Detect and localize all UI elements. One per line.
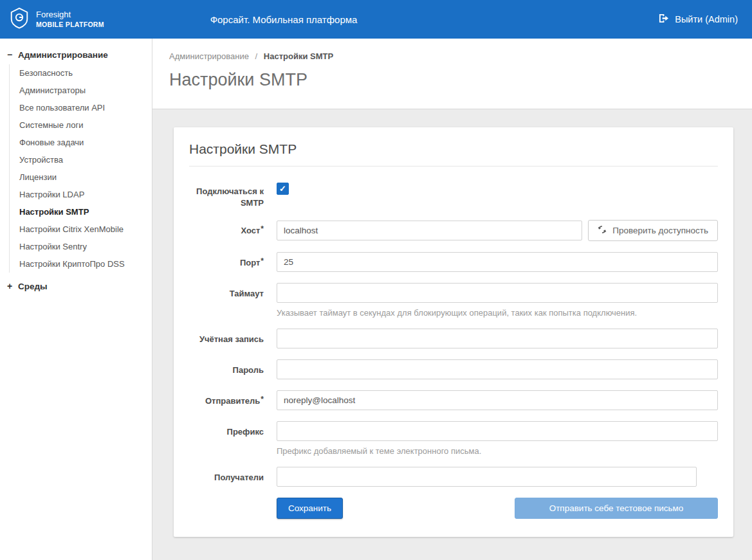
port-control [277,252,718,272]
password-input[interactable] [277,359,718,379]
sender-label-text: Отправитель [205,396,260,406]
check-availability-button[interactable]: Проверить доступность [588,220,718,241]
brand-name: Foresight [36,10,104,20]
connect-smtp-control: ✓ [277,181,718,209]
sender-control [277,390,718,410]
timeout-control: Указывает таймаут в секундах для блокиру… [277,283,718,318]
prefix-label: Префикс [189,421,264,456]
sidebar-item[interactable]: Настройки КриптоПро DSS [10,255,152,273]
breadcrumb: Администрирование / Настройки SMTP [169,51,735,61]
sidebar-item[interactable]: Устройства [10,151,152,168]
brand-text: Foresight MOBILE PLATFORM [36,10,104,28]
form-row-account: Учётная запись [189,329,718,348]
logout-button[interactable]: Выйти (Admin) [658,14,752,25]
required-marker: * [261,395,264,404]
topbar: Foresight MOBILE PLATFORM Форсайт. Мобил… [0,0,752,39]
page-title: Настройки SMTP [169,70,735,90]
sidebar-item[interactable]: Безопасность [10,64,152,82]
send-test-email-button[interactable]: Отправить себе тестовое письмо [515,498,718,519]
required-marker: * [261,224,264,233]
breadcrumb-separator: / [255,51,258,61]
form-row-timeout: Таймаут Указывает таймаут в секундах для… [189,283,718,318]
form-row-recipients: Получатели [189,467,718,487]
timeout-label: Таймаут [189,283,264,318]
connect-smtp-checkbox[interactable]: ✓ [277,183,289,195]
sidebar-item[interactable]: Все пользователи API [10,99,152,116]
connect-smtp-label: Подключаться к SMTP [189,181,264,209]
sidebar-item[interactable]: Системные логи [10,116,152,134]
brand: Foresight MOBILE PLATFORM [0,7,148,32]
prefix-input[interactable] [277,421,718,441]
content: Настройки SMTP Подключаться к SMTP ✓ Хос… [152,109,752,537]
check-availability-label: Проверить доступность [612,226,708,235]
main-area: Администрирование / Настройки SMTP Настр… [152,39,752,560]
sidebar-item[interactable]: Настройки SMTP [10,203,152,221]
port-label-text: Порт [240,258,260,267]
host-control: Проверить доступность [277,220,718,241]
sidebar: − Администрирование БезопасностьАдминист… [0,39,152,560]
collapse-icon[interactable]: − [6,50,13,60]
timeout-input[interactable] [277,283,718,303]
password-control [277,359,718,379]
sidebar-item[interactable]: Лицензии [10,168,152,186]
sidebar-item[interactable]: Настройки Sentry [10,238,152,255]
sign-out-icon [658,14,669,25]
sidebar-item[interactable]: Фоновые задачи [10,134,152,151]
sidebar-section-label: Среды [18,282,48,291]
sidebar-item[interactable]: Настройки LDAP [10,186,152,203]
form-row-host: Хост* Проверить доступно [189,220,718,241]
breadcrumb-administration[interactable]: Администрирование [169,51,249,61]
logout-label: Выйти (Admin) [675,14,738,24]
smtp-settings-card: Настройки SMTP Подключаться к SMTP ✓ Хос… [174,127,733,537]
page-header: Администрирование / Настройки SMTP Настр… [152,39,752,109]
recipients-label: Получатели [189,467,264,487]
sidebar-item[interactable]: Настройки Citrix XenMobile [10,221,152,238]
refresh-icon [598,225,607,236]
sidebar-admin-items: БезопасностьАдминистраторыВсе пользовате… [9,64,152,273]
check-icon: ✓ [279,185,286,193]
form-actions: Сохранить Отправить себе тестовое письмо [277,498,718,519]
foresight-logo-icon [8,7,30,32]
form-row-sender: Отправитель* [189,390,718,410]
timeout-helper-text: Указывает таймаут в секундах для блокиру… [277,308,718,318]
breadcrumb-current: Настройки SMTP [264,51,333,61]
host-label-text: Хост [241,226,260,235]
sidebar-section-administration[interactable]: − Администрирование [0,46,152,63]
recipients-input[interactable] [277,467,697,487]
account-input[interactable] [277,329,718,348]
prefix-helper-text: Префикс добавляемый к теме электронного … [277,446,718,456]
prefix-control: Префикс добавляемый к теме электронного … [277,421,718,456]
form-row-password: Пароль [189,359,718,379]
recipients-control [277,467,718,487]
form-row-port: Порт* [189,252,718,272]
sidebar-item[interactable]: Администраторы [10,82,152,99]
port-label: Порт* [189,252,264,272]
host-label: Хост* [189,220,264,241]
sidebar-section-environments[interactable]: + Среды [0,278,152,294]
app-title: Форсайт. Мобильная платформа [210,14,358,25]
port-input[interactable] [277,252,718,272]
save-button[interactable]: Сохранить [277,498,343,519]
account-label: Учётная запись [189,329,264,348]
form-row-connect-smtp: Подключаться к SMTP ✓ [189,181,718,209]
required-marker: * [261,257,264,266]
sidebar-section-label: Администрирование [18,50,108,60]
sender-input[interactable] [277,390,718,410]
form-row-prefix: Префикс Префикс добавляемый к теме элект… [189,421,718,456]
sender-label: Отправитель* [189,390,264,410]
host-input[interactable] [277,221,582,240]
password-label: Пароль [189,359,264,379]
expand-icon[interactable]: + [6,281,13,291]
account-control [277,329,718,348]
card-title: Настройки SMTP [189,141,718,167]
brand-subtitle: MOBILE PLATFORM [36,21,104,29]
